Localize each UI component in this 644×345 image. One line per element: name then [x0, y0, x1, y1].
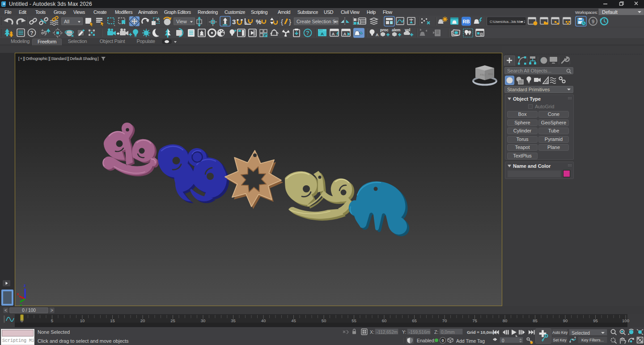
svg-text:30: 30: [201, 318, 206, 323]
svg-text:5: 5: [51, 318, 53, 323]
svg-text:proc: proc: [380, 28, 389, 32]
svg-text:55: 55: [352, 318, 356, 323]
svg-text:%: %: [256, 18, 262, 26]
svg-text:}: }: [289, 18, 291, 26]
svg-text:?: ?: [306, 30, 309, 36]
svg-text:45: 45: [291, 318, 296, 323]
svg-text:alem: alem: [392, 28, 401, 32]
svg-text:{: {: [281, 18, 283, 26]
svg-text:85: 85: [533, 318, 538, 323]
svg-text:20: 20: [140, 318, 145, 323]
svg-text:3: 3: [3, 2, 5, 6]
svg-text:25: 25: [170, 318, 175, 323]
svg-text:50: 50: [322, 318, 326, 323]
svg-text:90: 90: [563, 318, 568, 323]
svg-text:A: A: [332, 32, 335, 36]
svg-text:0: 0: [21, 318, 23, 323]
svg-text:RIG: RIG: [488, 72, 493, 76]
svg-text:100: 100: [622, 318, 629, 323]
svg-text:15: 15: [110, 318, 115, 323]
svg-text:65: 65: [412, 318, 417, 323]
svg-text:x: x: [17, 291, 19, 296]
svg-text:FRO: FRO: [480, 73, 486, 77]
svg-text:70: 70: [442, 318, 447, 323]
svg-text:A: A: [343, 32, 347, 36]
svg-text:40: 40: [261, 318, 266, 323]
svg-text:10: 10: [80, 318, 85, 323]
svg-text:RB: RB: [463, 19, 470, 24]
svg-text:35: 35: [231, 318, 236, 323]
svg-text:3: 3: [232, 18, 236, 26]
svg-text:?: ?: [30, 30, 33, 36]
svg-text:A: A: [321, 31, 324, 36]
svg-text:80: 80: [503, 318, 508, 323]
svg-text:95: 95: [593, 318, 598, 323]
svg-text:Enabled:: Enabled:: [417, 338, 435, 343]
svg-text:75: 75: [472, 318, 477, 323]
svg-text:60: 60: [382, 318, 387, 323]
svg-text:0: 0: [441, 338, 444, 343]
svg-text:9: 9: [592, 19, 594, 24]
svg-text:A: A: [376, 33, 379, 37]
svg-text:z: z: [24, 283, 26, 288]
